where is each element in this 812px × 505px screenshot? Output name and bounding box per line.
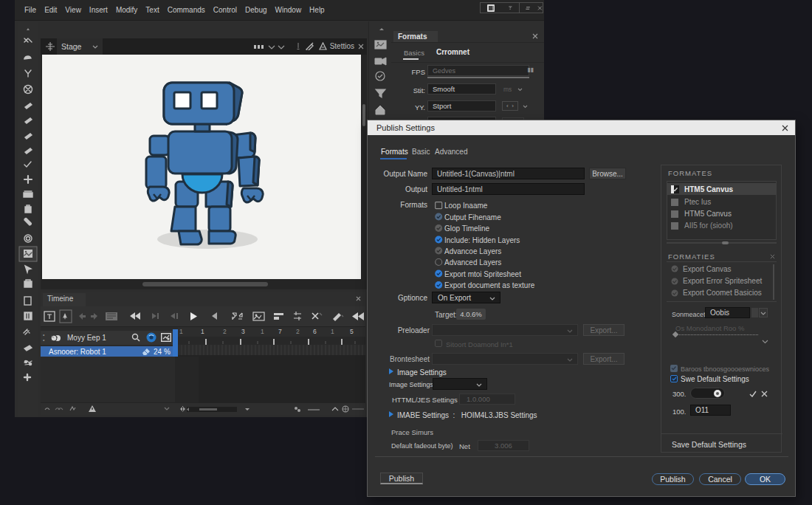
svg-text:5: 5 [350,328,354,335]
svg-text:2: 2 [223,328,227,335]
svg-text:Advancoe Layers: Advancoe Layers [444,247,501,255]
svg-text:1: 1 [179,328,183,335]
svg-text:Loop Inaame: Loop Inaame [444,202,488,210]
svg-text:1: 1 [331,328,334,335]
svg-text:1: 1 [261,328,264,335]
svg-text:Advanced Layers: Advanced Layers [444,258,501,267]
svg-text:3: 3 [241,328,245,335]
svg-text:Export document as texture: Export document as texture [444,281,535,289]
svg-text:2: 2 [296,328,300,335]
svg-text:Glop Timeline: Glop Timeline [444,224,490,233]
svg-text:Cutput Fihename: Cutput Fihename [444,213,501,221]
svg-text:7: 7 [278,328,282,335]
svg-text:Export mtoi Spritesheet: Export mtoi Spritesheet [444,270,521,278]
svg-text:6: 6 [313,328,317,335]
svg-text:Include: Hidden Layers: Include: Hidden Layers [444,236,520,244]
svg-text:1: 1 [201,328,204,335]
